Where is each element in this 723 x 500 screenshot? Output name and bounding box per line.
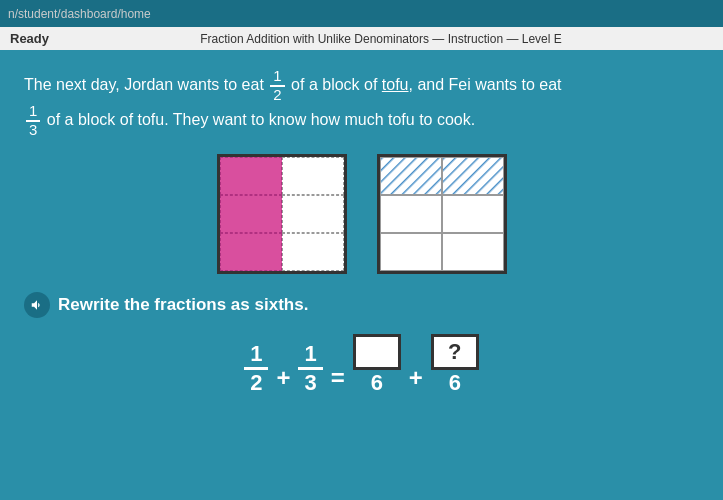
block-cell-empty-1: [282, 157, 344, 195]
blocks-area: [24, 154, 699, 274]
block-cell-filled-3: [220, 233, 282, 271]
right-cell-4: [442, 195, 504, 233]
eq-question-fraction: ? 6: [431, 334, 479, 396]
eq-blank-fraction[interactable]: 6: [353, 334, 401, 396]
eq-frac2-num: 1: [298, 341, 322, 370]
instruction-text: Rewrite the fractions as sixths.: [58, 295, 308, 315]
fraction-one-half: 1 2: [270, 68, 284, 103]
lesson-title: Fraction Addition with Unlike Denominato…: [69, 32, 693, 46]
status-bar: Ready Fraction Addition with Unlike Deno…: [0, 27, 723, 50]
fraction-denominator-2: 3: [26, 122, 40, 139]
right-cell-5: [380, 233, 442, 271]
right-cell-3: [380, 195, 442, 233]
eq-equals: =: [331, 364, 345, 392]
right-block-visual: [377, 154, 507, 274]
right-cell-6: [442, 233, 504, 271]
text-before: The next day, Jordan wants to eat: [24, 76, 264, 93]
eq-blank-numerator[interactable]: [353, 334, 401, 370]
eq-blank-denominator: 6: [365, 370, 389, 396]
hatch-svg-2: [443, 158, 504, 195]
eq-question-denominator: 6: [443, 370, 467, 396]
eq-plus-1: +: [276, 364, 290, 392]
eq-plus-2: +: [409, 364, 423, 392]
svg-rect-3: [443, 158, 504, 195]
main-content: The next day, Jordan wants to eat 1 2 of…: [0, 50, 723, 500]
left-block-visual: [217, 154, 347, 274]
tofu-word: tofu: [382, 76, 409, 93]
eq-fraction-third: 1 3: [298, 341, 322, 397]
fraction-denominator: 2: [270, 87, 284, 104]
eq-frac2-den: 3: [298, 370, 322, 396]
text-after-tofu: , and Fei wants to eat: [409, 76, 562, 93]
eq-frac1-num: 1: [244, 341, 268, 370]
right-cell-1: [380, 157, 442, 195]
equation-row: 1 2 + 1 3 = 6 + ? 6: [24, 334, 699, 396]
top-bar: n/student/dashboard/home: [0, 0, 723, 27]
text-middle: of a block of: [291, 76, 377, 93]
eq-question-numerator: ?: [431, 334, 479, 370]
fraction-numerator-2: 1: [26, 103, 40, 122]
speaker-icon[interactable]: [24, 292, 50, 318]
right-cell-2: [442, 157, 504, 195]
block-cell-filled-2: [220, 195, 282, 233]
ready-status: Ready: [10, 31, 49, 46]
fraction-one-third: 1 3: [26, 103, 40, 138]
fraction-numerator: 1: [270, 68, 284, 87]
problem-text: The next day, Jordan wants to eat 1 2 of…: [24, 68, 699, 138]
breadcrumb: n/student/dashboard/home: [8, 7, 151, 21]
svg-rect-1: [381, 158, 442, 195]
block-cell-empty-2: [282, 195, 344, 233]
text-end: of a block of tofu. They want to know ho…: [47, 111, 475, 128]
eq-frac1-den: 2: [244, 370, 268, 396]
block-cell-filled-1: [220, 157, 282, 195]
instruction-row: Rewrite the fractions as sixths.: [24, 292, 699, 318]
hatch-svg-1: [381, 158, 442, 195]
block-cell-empty-3: [282, 233, 344, 271]
eq-fraction-half: 1 2: [244, 341, 268, 397]
